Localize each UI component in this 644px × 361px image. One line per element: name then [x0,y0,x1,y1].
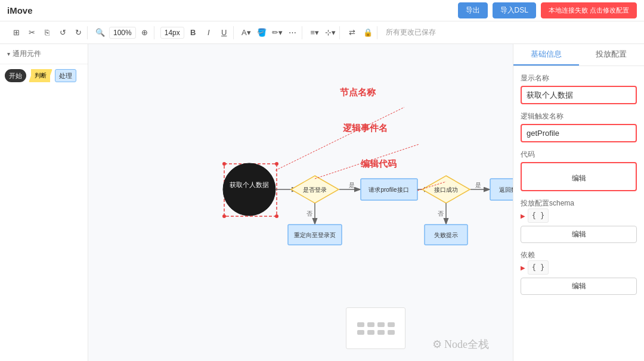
redo-icon[interactable]: ↻ [72,26,85,39]
chevron-down-icon: ▾ [7,51,10,57]
thumbnail-box [346,307,405,349]
svg-marker-8 [291,176,339,203]
svg-text:是: 是 [349,182,355,188]
sidebar: ▾ 通用元件 开始 判断 处理 [0,44,88,361]
toolbar-align-section: ≡▾ ⊹▾ [306,26,340,39]
thumb-dot [388,330,395,335]
thumb-dot [377,330,385,335]
right-panel: 基础信息 投放配置 显示名称 逻辑触发名称 代码 编辑 [513,44,644,361]
svg-text:是: 是 [475,182,481,188]
main-area: ▾ 通用元件 开始 判断 处理 [0,44,644,361]
thumb-dot [377,322,385,327]
toolbar-zoom-section: 🔍 100% ⊕ [91,26,154,39]
deploy-schema-label: 投放配置schema [521,198,637,208]
code-group: 代码 编辑 [521,150,637,191]
header-buttons: 导出 导入DSL 本地连接失败 点击修改配置 [458,2,637,18]
node-item-diamond[interactable]: 判断 [31,69,50,82]
toolbar-font-section: 14px B I U [158,26,234,39]
node-item-start[interactable]: 开始 [5,69,26,82]
grid-icon[interactable]: ⊞ [10,26,23,39]
watermark: ⚙ Node全栈 [432,337,490,351]
extra-icon[interactable]: ⋯ [286,26,299,39]
svg-rect-27 [425,225,467,245]
dependency-label: 依赖 [521,250,637,260]
svg-text:否: 否 [438,210,444,217]
fill-color-icon[interactable]: 🪣 [255,26,268,39]
stroke-color-icon[interactable]: ✏▾ [271,26,284,39]
dependency-group: 依赖 ▶ { } 编辑 [521,250,637,295]
svg-marker-15 [422,176,470,203]
svg-text:请求profile接口: 请求profile接口 [369,186,408,193]
header: iMove 导出 导入DSL 本地连接失败 点击修改配置 [0,0,644,21]
tab-basic[interactable]: 基础信息 [513,44,579,66]
export-button[interactable]: 导出 [458,2,488,18]
logic-name-label: 逻辑触发名称 [521,111,637,122]
dependency-edit-button[interactable]: 编辑 [521,278,637,295]
thumbnail-dots [357,322,395,335]
svg-text:获取个人数据: 获取个人数据 [230,181,269,188]
deploy-schema-group: 投放配置schema ▶ { } 编辑 [521,198,637,243]
align-icon[interactable]: ≡▾ [308,26,321,39]
code-edit-button[interactable]: 编辑 [525,170,632,186]
thumb-dot [357,322,364,327]
code-label: 代码 [521,150,637,160]
annotation-logic-name: 逻辑事件名 [343,123,388,134]
flip-icon[interactable]: ⇄ [346,26,359,39]
font-size[interactable]: 14px [160,27,184,39]
import-dsl-button[interactable]: 导入DSL [493,2,536,18]
display-name-label: 显示名称 [521,73,637,83]
thumb-dot [367,330,374,335]
toolbar-color-section: A▾ 🪣 ✏▾ ⋯ [237,26,302,39]
connection-warning-button[interactable]: 本地连接失败 点击修改配置 [541,2,637,18]
sidebar-nodes: 开始 判断 处理 [0,64,88,87]
logic-name-group: 逻辑触发名称 [521,111,637,142]
cut-icon[interactable]: ✂ [25,26,38,39]
svg-point-5 [223,163,275,216]
node-item-process[interactable]: 处理 [55,69,76,82]
svg-line-31 [417,182,446,191]
distribute-icon[interactable]: ⊹▾ [324,26,337,39]
logic-name-input[interactable] [521,124,637,142]
toolbar-extra-section: ⇄ 🔒 [343,26,377,39]
app-logo: iMove [7,5,33,15]
svg-rect-19 [490,179,513,200]
thumb-dot [388,322,395,327]
tab-deploy[interactable]: 投放配置 [579,44,645,66]
font-color-icon[interactable]: A▾ [240,26,253,39]
underline-icon[interactable]: U [218,26,231,39]
toolbar-grid-section: ⊞ ✂ ⎘ ↺ ↻ [7,26,88,39]
sidebar-title: 通用元件 [13,49,41,59]
deploy-schema-triangle: ▶ [521,213,525,219]
svg-point-4 [275,214,278,218]
annotation-node-name: 节点名称 [340,87,376,98]
process-node-shape: 处理 [55,69,76,82]
svg-text:返回数据: 返回数据 [499,186,513,193]
thumb-dot [367,322,374,327]
svg-point-2 [275,162,278,166]
deploy-schema-code: { } [528,208,549,223]
svg-text:重定向至登录页: 重定向至登录页 [294,232,336,238]
italic-icon[interactable]: I [202,26,215,39]
svg-text:是否登录: 是否登录 [303,186,327,193]
zoom-level[interactable]: 100% [109,27,136,39]
canvas[interactable]: 获取个人数据 是否登录 是 请求profile接口 接口成功 是 [88,44,513,361]
zoom-out-icon[interactable]: 🔍 [94,26,107,39]
dependency-code: { } [528,260,549,275]
copy-icon[interactable]: ⎘ [41,26,54,39]
saved-status: 所有更改已保存 [386,27,436,38]
deploy-schema-edit-button[interactable]: 编辑 [521,226,637,243]
svg-rect-0 [224,164,277,216]
undo-icon[interactable]: ↺ [56,26,69,39]
sidebar-header: ▾ 通用元件 [0,44,88,64]
panel-tabs: 基础信息 投放配置 [513,44,644,66]
svg-text:接口成功: 接口成功 [434,186,458,193]
zoom-in-icon[interactable]: ⊕ [138,26,151,39]
svg-point-1 [222,162,226,166]
svg-text:否: 否 [306,210,312,217]
toolbar: ⊞ ✂ ⎘ ↺ ↻ 🔍 100% ⊕ 14px B I U A▾ 🪣 ✏▾ ⋯ … [0,21,644,44]
bold-icon[interactable]: B [187,26,200,39]
thumb-dot [357,330,364,335]
diamond-node-shape: 判断 [31,69,50,82]
lock-icon[interactable]: 🔒 [361,26,374,39]
display-name-input[interactable] [521,86,637,104]
